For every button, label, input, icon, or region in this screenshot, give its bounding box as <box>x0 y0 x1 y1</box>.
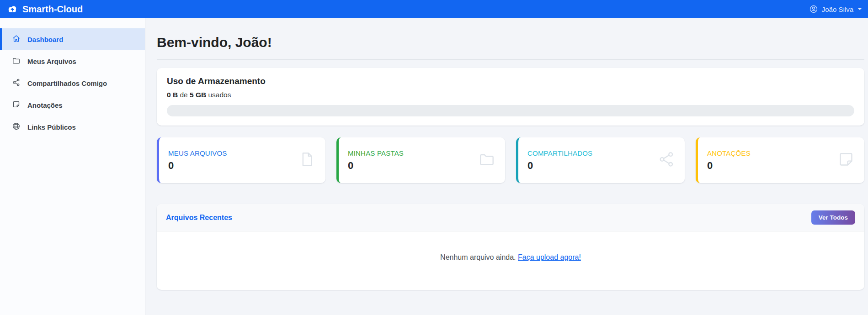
file-icon <box>298 150 316 170</box>
cloud-upload-icon <box>6 3 18 15</box>
sidebar-item-dashboard[interactable]: Dashboard <box>0 28 145 50</box>
welcome-divider <box>157 59 864 60</box>
storage-usage-text: 0 B de 5 GB usados <box>167 91 854 99</box>
caret-down-icon <box>858 8 862 10</box>
page-title: Bem-vindo, João! <box>157 35 864 50</box>
share-icon <box>12 78 21 88</box>
recent-files-header: Arquivos Recentes Ver Todos <box>157 204 864 231</box>
main-content: Bem-vindo, João! Uso de Armazenamento 0 … <box>145 18 868 315</box>
stat-card-compartilhados: COMPARTILHADOS 0 <box>516 137 685 183</box>
stat-card-meus-arquivos: MEUS ARQUIVOS 0 <box>157 137 325 183</box>
storage-progressbar <box>167 105 854 116</box>
user-name: João Silva <box>822 5 853 13</box>
sidebar-item-label: Links Públicos <box>27 123 76 131</box>
storage-title: Uso de Armazenamento <box>167 76 854 86</box>
sidebar-item-links-publicos[interactable]: Links Públicos <box>0 116 145 138</box>
stat-value: 0 <box>348 160 404 172</box>
stat-label: MEUS ARQUIVOS <box>168 149 227 157</box>
sidebar-item-label: Dashboard <box>27 36 63 43</box>
recent-files-card: Arquivos Recentes Ver Todos Nenhum arqui… <box>157 204 864 290</box>
folder-icon <box>478 150 496 170</box>
stat-label: COMPARTILHADOS <box>527 149 592 157</box>
sidebar-item-label: Meus Arquivos <box>27 58 76 65</box>
share-icon <box>657 150 676 170</box>
brand[interactable]: Smarth-Cloud <box>6 3 83 15</box>
stat-value: 0 <box>707 160 751 172</box>
upload-now-link[interactable]: Faça upload agora! <box>518 253 581 261</box>
stat-value: 0 <box>168 160 227 172</box>
sidebar-item-compartilhados[interactable]: Compartilhados Comigo <box>0 72 145 94</box>
storage-card: Uso de Armazenamento 0 B de 5 GB usados <box>157 68 864 126</box>
storage-used: 0 B <box>167 91 178 99</box>
brand-label: Smarth-Cloud <box>22 4 83 15</box>
recent-files-empty-state: Nenhum arquivo ainda. Faça upload agora! <box>157 231 864 290</box>
sidebar-item-label: Compartilhados Comigo <box>27 79 107 87</box>
storage-total: 5 GB <box>190 91 206 99</box>
note-icon <box>837 150 855 170</box>
stats-row: MEUS ARQUIVOS 0 MINHAS PASTAS 0 <box>157 137 864 183</box>
sidebar-item-label: Anotações <box>27 101 63 109</box>
empty-state-text: Nenhum arquivo ainda. <box>440 253 516 261</box>
house-icon <box>12 34 21 44</box>
recent-files-title: Arquivos Recentes <box>166 214 232 222</box>
sidebar: Dashboard Meus Arquivos Compartilhados C… <box>0 18 145 315</box>
person-circle-icon <box>809 5 818 14</box>
sidebar-item-meus-arquivos[interactable]: Meus Arquivos <box>0 50 145 72</box>
ver-todos-button[interactable]: Ver Todos <box>811 210 855 225</box>
folder-icon <box>12 56 21 66</box>
globe-icon <box>12 122 21 132</box>
user-menu[interactable]: João Silva <box>809 5 862 14</box>
stat-label: ANOTAÇÕES <box>707 149 751 157</box>
stat-label: MINHAS PASTAS <box>348 149 404 157</box>
sidebar-item-anotacoes[interactable]: Anotações <box>0 94 145 116</box>
stat-card-anotacoes: ANOTAÇÕES 0 <box>696 137 864 183</box>
stat-card-minhas-pastas: MINHAS PASTAS 0 <box>336 137 505 183</box>
note-icon <box>12 100 21 110</box>
top-navbar: Smarth-Cloud João Silva <box>0 0 868 18</box>
stat-value: 0 <box>527 160 592 172</box>
